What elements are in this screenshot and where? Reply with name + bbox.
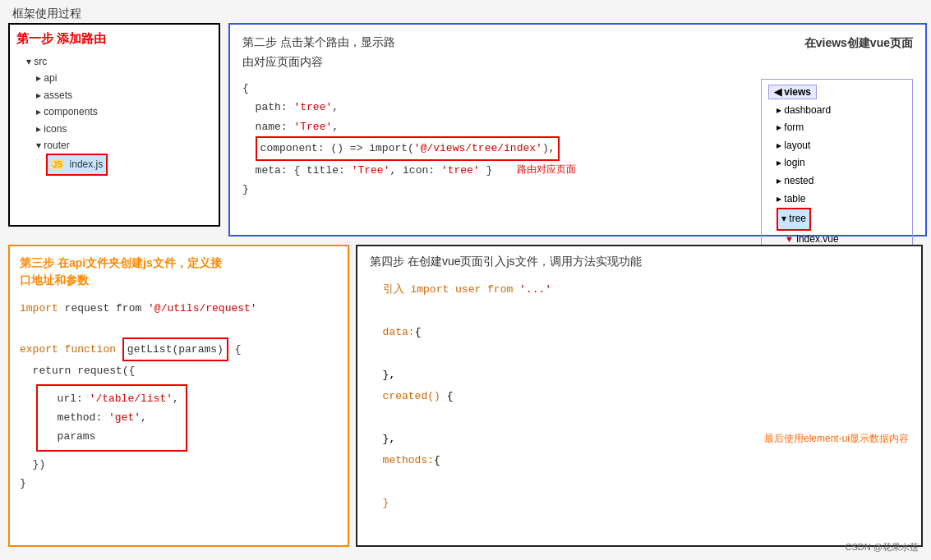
created-block: created() { <box>370 386 453 407</box>
code-line-brace-open: { <box>242 79 753 98</box>
step2-header-left: 第二步 点击某个路由，显示路由对应页面内容 <box>242 33 395 72</box>
step2-box: 第二步 点击某个路由，显示路由对应页面内容 在views创建vue页面 { pa… <box>228 23 927 236</box>
vue-icon: ▼ <box>785 234 794 244</box>
annotation: 最后使用element-ui显示数据内容 <box>764 429 909 450</box>
components-folder: components <box>44 106 97 117</box>
methods-close: } <box>370 493 909 514</box>
step1-title: 第一步 添加路由 <box>16 31 212 47</box>
layout-item: layout <box>784 140 810 151</box>
methods-block: methods:{ <box>370 450 909 471</box>
step2-header-right: 在views创建vue页面 <box>804 36 913 72</box>
src-folder: src <box>34 56 47 67</box>
dashboard-item: dashboard <box>784 104 831 116</box>
step3-return: return request({ <box>20 361 338 380</box>
step2-filetree: ◀ views dashboard form layout login nest… <box>761 79 913 253</box>
api-folder: api <box>44 72 57 84</box>
step1-box: 第一步 添加路由 src api assets components icons… <box>8 23 220 227</box>
tree-item-highlight: tree <box>777 208 811 231</box>
views-label: ◀ views <box>768 85 817 99</box>
step4-code: 引入 import user from '...' data:{ }, crea… <box>370 279 909 514</box>
assets-folder: assets <box>44 90 72 101</box>
created-close: }, <box>370 429 395 450</box>
page-title: 框架使用过程 <box>12 7 81 21</box>
step2-code: { path: 'tree', name: 'Tree', component:… <box>242 79 753 199</box>
step1-filetree: src api assets components icons router J… <box>16 53 212 176</box>
params-box: url: '/table/list', method: 'get', param… <box>36 384 187 452</box>
indexjs-file: index.js <box>70 158 104 170</box>
form-item: form <box>784 122 804 133</box>
method-line: method: 'get', <box>44 408 179 427</box>
code-line-name: name: 'Tree', <box>242 117 753 136</box>
data-close: }, <box>370 365 909 386</box>
step2-title: 第二步 点击某个路由，显示路由对应页面内容 <box>242 35 395 68</box>
step3-close1: }) <box>20 455 338 474</box>
router-folder: router <box>44 140 69 151</box>
getlist-highlight: getList(params) <box>122 337 228 361</box>
code-line-brace-close: } <box>242 180 753 199</box>
step3-box: 第三步 在api文件夹创建js文件，定义接口地址和参数 import reque… <box>8 245 349 547</box>
nested-item: nested <box>784 175 813 186</box>
params-line: params <box>44 427 179 446</box>
step3-title: 第三步 在api文件夹创建js文件，定义接口地址和参数 <box>20 255 338 289</box>
url-line: url: '/table/list', <box>44 389 179 408</box>
step3-code: import request from '@/utils/request' ex… <box>20 299 338 493</box>
step3-import: import request from '@/utils/request' <box>20 299 338 318</box>
step2-code-area: { path: 'tree', name: 'Tree', component:… <box>242 79 753 253</box>
login-item: login <box>784 157 804 168</box>
js-icon: JS <box>51 160 64 169</box>
data-block: data:{ <box>370 322 909 343</box>
created-close-row: }, 最后使用element-ui显示数据内容 <box>370 429 909 450</box>
step3-export: export function getList(params) { <box>20 337 338 361</box>
footer: CSDN @花果水莲 <box>846 541 919 553</box>
step4-title: 第四步 在创建vue页面引入js文件，调用方法实现功能 <box>370 255 909 269</box>
code-line-path: path: 'tree', <box>242 98 753 117</box>
code-line-meta: meta: { title: 'Tree', icon: 'tree' } <box>242 161 492 180</box>
route-annotation: 路由对应页面 <box>517 161 576 179</box>
step3-close2: } <box>20 474 338 493</box>
step3-inner-block: url: '/table/list', method: 'get', param… <box>20 381 338 455</box>
code-line-component: component: () => import('@/views/tree/in… <box>242 136 753 160</box>
step2-content: { path: 'tree', name: 'Tree', component:… <box>242 79 913 253</box>
created-row: created() { <box>370 386 909 407</box>
code-line-meta-row: meta: { title: 'Tree', icon: 'tree' } 路由… <box>242 161 753 180</box>
import-line: 引入 import user from '...' <box>370 279 909 301</box>
indexvue-file: index.vue <box>796 233 838 245</box>
icons-folder: icons <box>44 123 67 135</box>
table-item: table <box>784 193 805 204</box>
step4-box: 第四步 在创建vue页面引入js文件，调用方法实现功能 引入 import us… <box>356 245 923 547</box>
